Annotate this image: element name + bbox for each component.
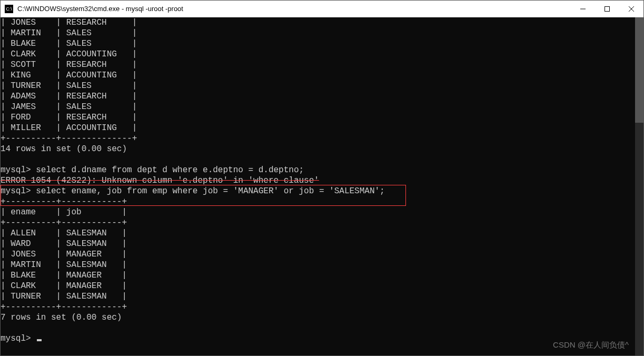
cmd-icon: C:\ xyxy=(5,5,13,13)
watermark: CSDN @在人间负债^ xyxy=(553,340,629,350)
close-button[interactable] xyxy=(619,1,643,17)
window-title: C:\WINDOWS\system32\cmd.exe - mysql -uro… xyxy=(17,5,571,13)
titlebar[interactable]: C:\ C:\WINDOWS\system32\cmd.exe - mysql … xyxy=(1,1,643,17)
maximize-button[interactable] xyxy=(595,1,619,17)
minimize-button[interactable] xyxy=(571,1,595,17)
scrollbar-thumb[interactable] xyxy=(635,17,643,123)
terminal-window: C:\ C:\WINDOWS\system32\cmd.exe - mysql … xyxy=(0,0,644,356)
terminal-output[interactable]: | JONES | RESEARCH | | MARTIN | SALES | … xyxy=(1,17,635,355)
terminal-area: | JONES | RESEARCH | | MARTIN | SALES | … xyxy=(1,17,643,355)
window-controls xyxy=(571,1,643,17)
scrollbar[interactable] xyxy=(635,17,643,355)
svg-rect-1 xyxy=(605,7,610,12)
highlight-box xyxy=(1,185,406,206)
cursor xyxy=(37,339,42,341)
error-line: ERROR 1054 (42S22): Unknown column 'e.de… xyxy=(1,176,319,185)
